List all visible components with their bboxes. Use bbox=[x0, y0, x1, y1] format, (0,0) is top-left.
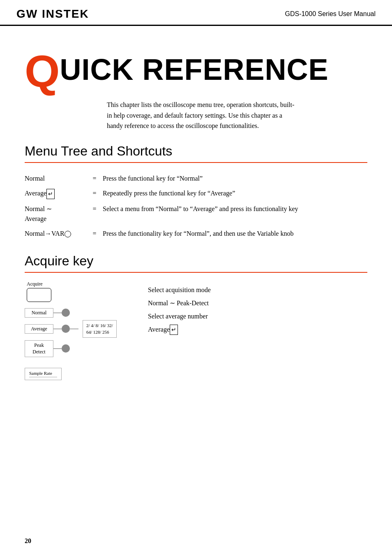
circle-average bbox=[62, 325, 70, 333]
logo: GW INSTEK bbox=[16, 7, 89, 21]
menu-row-average: Average 2/ 4/ 8/ 16/ 32/64/ 128/ 256 bbox=[25, 320, 131, 338]
table-row: Normal→VAR = Press the functionality key… bbox=[25, 226, 367, 241]
equals-cell: = bbox=[90, 186, 103, 202]
menu-tree-heading: Menu Tree and Shortcuts bbox=[25, 144, 367, 159]
acquire-diagram: Acquire Normal Average 2/ 4/ 8/ 16/ 32/6… bbox=[25, 281, 367, 381]
equals-cell: = bbox=[90, 202, 103, 226]
equals-cell: = bbox=[90, 226, 103, 241]
acquire-desc-3: Select average number bbox=[148, 311, 367, 321]
intro-paragraph: This chapter lists the oscilloscope menu… bbox=[107, 100, 296, 131]
enter-icon: ↵ bbox=[46, 189, 55, 199]
symbol-cell: Normal ∼Average bbox=[25, 202, 90, 226]
sample-rate-box: Sample Rate bbox=[25, 368, 62, 380]
table-row: Normal ∼Average = Select a menu from “No… bbox=[25, 202, 367, 226]
submenu-average: 2/ 4/ 8/ 16/ 32/64/ 128/ 256 bbox=[83, 320, 117, 338]
logo-text: GW INSTEK bbox=[16, 7, 89, 20]
connector-submenu bbox=[70, 329, 78, 329]
acquire-desc-2: Normal ∼ Peak-Detect bbox=[148, 298, 367, 308]
diagram-right: Select acquisition mode Normal ∼ Peak-De… bbox=[131, 281, 367, 381]
symbol-cell: Average↵ bbox=[25, 186, 90, 202]
page-number: 20 bbox=[25, 537, 31, 545]
sample-rate-line bbox=[29, 377, 57, 377]
menu-box-average: Average bbox=[25, 324, 53, 334]
table-row: Average↵ = Repeatedly press the function… bbox=[25, 186, 367, 202]
chapter-heading: Q UICK REFERENCE bbox=[25, 51, 367, 91]
acquire-desc-1: Select acquisition mode bbox=[148, 285, 367, 295]
circle-normal bbox=[62, 309, 70, 317]
acquire-button-label: Acquire bbox=[27, 281, 131, 287]
legend-table: Normal = Press the functional key for “N… bbox=[25, 171, 367, 241]
chapter-title-rest: UICK REFERENCE bbox=[60, 51, 329, 84]
circle-peak bbox=[62, 344, 70, 353]
table-row: Normal = Press the functional key for “N… bbox=[25, 171, 367, 186]
menu-row-normal: Normal bbox=[25, 308, 131, 318]
acquire-heading: Acquire key bbox=[25, 253, 367, 269]
desc-cell: Press the functional key for “Normal” bbox=[103, 171, 367, 186]
page-header: GW INSTEK GDS-1000 Series User Manual bbox=[0, 0, 392, 26]
acquire-section: Acquire key Acquire Normal Average bbox=[25, 253, 367, 381]
enter-icon-2: ↵ bbox=[170, 325, 178, 335]
connector-normal bbox=[53, 313, 62, 313]
sample-rate-label: Sample Rate bbox=[29, 371, 52, 376]
manual-title: GDS-1000 Series User Manual bbox=[285, 10, 376, 18]
symbol-cell: Normal bbox=[25, 171, 90, 186]
section-divider-2 bbox=[25, 272, 367, 273]
menu-box-peak: PeakDetect bbox=[25, 340, 53, 358]
equals-cell: = bbox=[90, 171, 103, 186]
menu-row-peak: PeakDetect bbox=[25, 340, 131, 358]
acquire-button bbox=[27, 288, 51, 302]
desc-cell: Select a menu from “Normal” to “Average”… bbox=[103, 202, 367, 226]
desc-cell: Repeatedly press the functional key for … bbox=[103, 186, 367, 202]
page-content: Q UICK REFERENCE This chapter lists the … bbox=[0, 26, 392, 397]
symbol-cell: Normal→VAR bbox=[25, 226, 90, 241]
menu-box-normal: Normal bbox=[25, 308, 53, 318]
acquire-desc-4: Average↵ bbox=[148, 325, 367, 335]
var-circle-icon bbox=[65, 231, 71, 237]
section-divider-1 bbox=[25, 162, 367, 163]
connector-average bbox=[53, 329, 62, 329]
diagram-left: Acquire Normal Average 2/ 4/ 8/ 16/ 32/6… bbox=[25, 281, 131, 381]
connector-peak bbox=[53, 348, 62, 349]
q-letter: Q bbox=[25, 51, 60, 91]
desc-cell: Press the functionality key for “Normal”… bbox=[103, 226, 367, 241]
